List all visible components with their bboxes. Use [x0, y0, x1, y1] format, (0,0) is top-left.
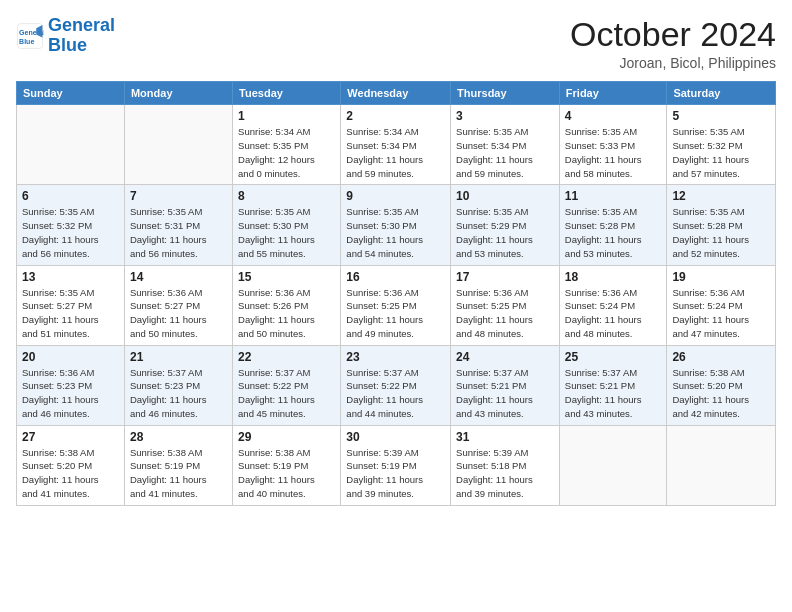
week-row-3: 13Sunrise: 5:35 AM Sunset: 5:27 PM Dayli…	[17, 265, 776, 345]
table-row: 24Sunrise: 5:37 AM Sunset: 5:21 PM Dayli…	[451, 345, 560, 425]
header: General Blue GeneralBlue October 2024 Jo…	[16, 16, 776, 71]
table-row: 4Sunrise: 5:35 AM Sunset: 5:33 PM Daylig…	[559, 105, 667, 185]
table-row: 13Sunrise: 5:35 AM Sunset: 5:27 PM Dayli…	[17, 265, 125, 345]
day-number: 25	[565, 350, 662, 364]
day-number: 31	[456, 430, 554, 444]
day-number: 27	[22, 430, 119, 444]
day-number: 12	[672, 189, 770, 203]
day-info: Sunrise: 5:36 AM Sunset: 5:27 PM Dayligh…	[130, 286, 227, 341]
day-number: 20	[22, 350, 119, 364]
table-row: 9Sunrise: 5:35 AM Sunset: 5:30 PM Daylig…	[341, 185, 451, 265]
table-row	[17, 105, 125, 185]
calendar-table: Sunday Monday Tuesday Wednesday Thursday…	[16, 81, 776, 505]
day-info: Sunrise: 5:35 AM Sunset: 5:27 PM Dayligh…	[22, 286, 119, 341]
table-row: 22Sunrise: 5:37 AM Sunset: 5:22 PM Dayli…	[233, 345, 341, 425]
day-number: 22	[238, 350, 335, 364]
table-row: 8Sunrise: 5:35 AM Sunset: 5:30 PM Daylig…	[233, 185, 341, 265]
day-number: 11	[565, 189, 662, 203]
day-number: 3	[456, 109, 554, 123]
table-row	[124, 105, 232, 185]
week-row-4: 20Sunrise: 5:36 AM Sunset: 5:23 PM Dayli…	[17, 345, 776, 425]
table-row: 29Sunrise: 5:38 AM Sunset: 5:19 PM Dayli…	[233, 425, 341, 505]
col-saturday: Saturday	[667, 82, 776, 105]
logo-text: GeneralBlue	[48, 16, 115, 56]
table-row: 5Sunrise: 5:35 AM Sunset: 5:32 PM Daylig…	[667, 105, 776, 185]
day-number: 5	[672, 109, 770, 123]
page: General Blue GeneralBlue October 2024 Jo…	[0, 0, 792, 612]
day-info: Sunrise: 5:37 AM Sunset: 5:23 PM Dayligh…	[130, 366, 227, 421]
table-row	[667, 425, 776, 505]
week-row-2: 6Sunrise: 5:35 AM Sunset: 5:32 PM Daylig…	[17, 185, 776, 265]
day-number: 15	[238, 270, 335, 284]
day-info: Sunrise: 5:36 AM Sunset: 5:25 PM Dayligh…	[346, 286, 445, 341]
day-info: Sunrise: 5:37 AM Sunset: 5:21 PM Dayligh…	[565, 366, 662, 421]
day-info: Sunrise: 5:37 AM Sunset: 5:22 PM Dayligh…	[346, 366, 445, 421]
day-info: Sunrise: 5:35 AM Sunset: 5:33 PM Dayligh…	[565, 125, 662, 180]
day-info: Sunrise: 5:39 AM Sunset: 5:19 PM Dayligh…	[346, 446, 445, 501]
day-number: 14	[130, 270, 227, 284]
col-monday: Monday	[124, 82, 232, 105]
table-row: 12Sunrise: 5:35 AM Sunset: 5:28 PM Dayli…	[667, 185, 776, 265]
table-row: 14Sunrise: 5:36 AM Sunset: 5:27 PM Dayli…	[124, 265, 232, 345]
week-row-1: 1Sunrise: 5:34 AM Sunset: 5:35 PM Daylig…	[17, 105, 776, 185]
day-number: 23	[346, 350, 445, 364]
table-row: 7Sunrise: 5:35 AM Sunset: 5:31 PM Daylig…	[124, 185, 232, 265]
table-row: 21Sunrise: 5:37 AM Sunset: 5:23 PM Dayli…	[124, 345, 232, 425]
table-row	[559, 425, 667, 505]
day-info: Sunrise: 5:39 AM Sunset: 5:18 PM Dayligh…	[456, 446, 554, 501]
table-row: 19Sunrise: 5:36 AM Sunset: 5:24 PM Dayli…	[667, 265, 776, 345]
day-number: 2	[346, 109, 445, 123]
day-info: Sunrise: 5:35 AM Sunset: 5:32 PM Dayligh…	[672, 125, 770, 180]
day-info: Sunrise: 5:34 AM Sunset: 5:34 PM Dayligh…	[346, 125, 445, 180]
table-row: 11Sunrise: 5:35 AM Sunset: 5:28 PM Dayli…	[559, 185, 667, 265]
day-info: Sunrise: 5:38 AM Sunset: 5:19 PM Dayligh…	[130, 446, 227, 501]
day-number: 21	[130, 350, 227, 364]
day-number: 4	[565, 109, 662, 123]
day-info: Sunrise: 5:38 AM Sunset: 5:20 PM Dayligh…	[672, 366, 770, 421]
table-row: 2Sunrise: 5:34 AM Sunset: 5:34 PM Daylig…	[341, 105, 451, 185]
day-number: 24	[456, 350, 554, 364]
day-number: 7	[130, 189, 227, 203]
day-number: 26	[672, 350, 770, 364]
table-row: 16Sunrise: 5:36 AM Sunset: 5:25 PM Dayli…	[341, 265, 451, 345]
day-number: 28	[130, 430, 227, 444]
title-block: October 2024 Joroan, Bicol, Philippines	[570, 16, 776, 71]
table-row: 28Sunrise: 5:38 AM Sunset: 5:19 PM Dayli…	[124, 425, 232, 505]
day-info: Sunrise: 5:35 AM Sunset: 5:30 PM Dayligh…	[238, 205, 335, 260]
table-row: 25Sunrise: 5:37 AM Sunset: 5:21 PM Dayli…	[559, 345, 667, 425]
day-info: Sunrise: 5:37 AM Sunset: 5:22 PM Dayligh…	[238, 366, 335, 421]
table-row: 3Sunrise: 5:35 AM Sunset: 5:34 PM Daylig…	[451, 105, 560, 185]
table-row: 30Sunrise: 5:39 AM Sunset: 5:19 PM Dayli…	[341, 425, 451, 505]
day-info: Sunrise: 5:35 AM Sunset: 5:34 PM Dayligh…	[456, 125, 554, 180]
week-row-5: 27Sunrise: 5:38 AM Sunset: 5:20 PM Dayli…	[17, 425, 776, 505]
day-number: 29	[238, 430, 335, 444]
day-info: Sunrise: 5:35 AM Sunset: 5:31 PM Dayligh…	[130, 205, 227, 260]
day-number: 30	[346, 430, 445, 444]
calendar-header-row: Sunday Monday Tuesday Wednesday Thursday…	[17, 82, 776, 105]
day-number: 13	[22, 270, 119, 284]
day-info: Sunrise: 5:35 AM Sunset: 5:30 PM Dayligh…	[346, 205, 445, 260]
day-info: Sunrise: 5:35 AM Sunset: 5:32 PM Dayligh…	[22, 205, 119, 260]
day-number: 1	[238, 109, 335, 123]
day-number: 10	[456, 189, 554, 203]
day-info: Sunrise: 5:38 AM Sunset: 5:20 PM Dayligh…	[22, 446, 119, 501]
col-wednesday: Wednesday	[341, 82, 451, 105]
day-info: Sunrise: 5:36 AM Sunset: 5:25 PM Dayligh…	[456, 286, 554, 341]
day-number: 6	[22, 189, 119, 203]
table-row: 23Sunrise: 5:37 AM Sunset: 5:22 PM Dayli…	[341, 345, 451, 425]
table-row: 10Sunrise: 5:35 AM Sunset: 5:29 PM Dayli…	[451, 185, 560, 265]
table-row: 17Sunrise: 5:36 AM Sunset: 5:25 PM Dayli…	[451, 265, 560, 345]
day-info: Sunrise: 5:37 AM Sunset: 5:21 PM Dayligh…	[456, 366, 554, 421]
table-row: 20Sunrise: 5:36 AM Sunset: 5:23 PM Dayli…	[17, 345, 125, 425]
svg-text:Blue: Blue	[19, 38, 34, 45]
location-title: Joroan, Bicol, Philippines	[570, 55, 776, 71]
col-tuesday: Tuesday	[233, 82, 341, 105]
col-sunday: Sunday	[17, 82, 125, 105]
day-info: Sunrise: 5:36 AM Sunset: 5:24 PM Dayligh…	[672, 286, 770, 341]
day-info: Sunrise: 5:36 AM Sunset: 5:24 PM Dayligh…	[565, 286, 662, 341]
col-thursday: Thursday	[451, 82, 560, 105]
day-number: 8	[238, 189, 335, 203]
day-info: Sunrise: 5:38 AM Sunset: 5:19 PM Dayligh…	[238, 446, 335, 501]
day-info: Sunrise: 5:36 AM Sunset: 5:23 PM Dayligh…	[22, 366, 119, 421]
table-row: 1Sunrise: 5:34 AM Sunset: 5:35 PM Daylig…	[233, 105, 341, 185]
